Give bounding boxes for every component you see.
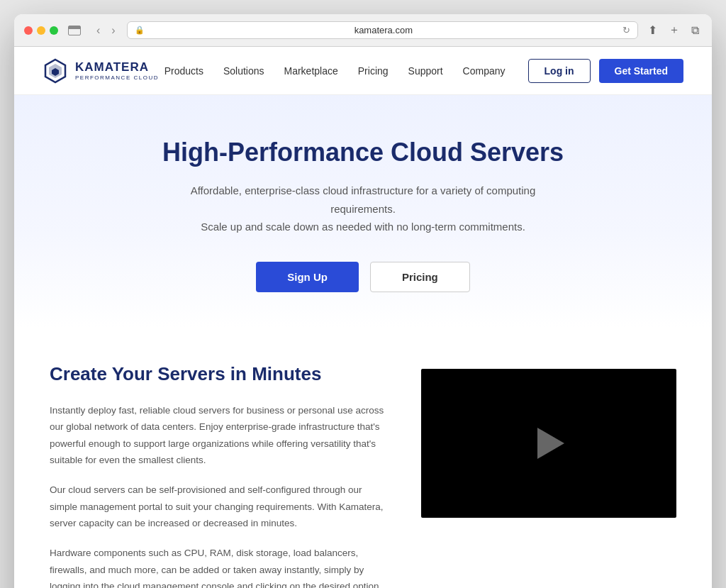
nav-products[interactable]: Products bbox=[164, 65, 203, 77]
logo-text: KAMATERA PERFORMANCE CLOUD bbox=[75, 60, 159, 81]
video-player[interactable] bbox=[421, 369, 676, 518]
content-title: Create Your Servers in Minutes bbox=[50, 363, 386, 385]
refresh-icon[interactable]: ↻ bbox=[622, 25, 630, 35]
logo-icon bbox=[43, 58, 68, 84]
content-text: Create Your Servers in Minutes Instantly… bbox=[50, 363, 386, 589]
hero-subtitle: Affordable, enterprise-class cloud infra… bbox=[164, 182, 562, 236]
nav-marketplace[interactable]: Marketplace bbox=[284, 65, 338, 77]
logo-area: KAMATERA PERFORMANCE CLOUD bbox=[43, 58, 159, 84]
nav-solutions[interactable]: Solutions bbox=[223, 65, 264, 77]
get-started-button[interactable]: Get Started bbox=[599, 59, 683, 83]
minimize-button[interactable] bbox=[37, 26, 45, 35]
nav-buttons: ‹ › bbox=[92, 23, 120, 38]
nav-support[interactable]: Support bbox=[408, 65, 443, 77]
nav-company[interactable]: Company bbox=[463, 65, 506, 77]
back-button[interactable]: ‹ bbox=[92, 23, 104, 38]
new-tab-button[interactable]: ＋ bbox=[666, 21, 683, 39]
address-bar[interactable]: 🔒 kamatera.com ↻ bbox=[127, 21, 638, 39]
url-text: kamatera.com bbox=[149, 25, 618, 35]
hero-title: High-Performance Cloud Servers bbox=[43, 138, 683, 167]
nav-pricing[interactable]: Pricing bbox=[358, 65, 389, 77]
nav-actions: Log in Get Started bbox=[528, 59, 683, 83]
tab-icon bbox=[68, 26, 81, 35]
nav-links: Products Solutions Marketplace Pricing S… bbox=[164, 65, 506, 77]
logo-tagline: PERFORMANCE CLOUD bbox=[75, 74, 159, 81]
hero-buttons: Sign Up Pricing bbox=[43, 262, 683, 292]
pricing-button[interactable]: Pricing bbox=[370, 262, 470, 292]
main-nav: KAMATERA PERFORMANCE CLOUD Products Solu… bbox=[14, 47, 712, 95]
hero-section: High-Performance Cloud Servers Affordabl… bbox=[14, 95, 712, 328]
website-content: KAMATERA PERFORMANCE CLOUD Products Solu… bbox=[14, 47, 712, 588]
forward-button[interactable]: › bbox=[107, 23, 119, 38]
play-icon bbox=[537, 428, 564, 459]
signup-button[interactable]: Sign Up bbox=[256, 262, 359, 292]
content-para-1: Instantly deploy fast, reliable cloud se… bbox=[50, 402, 386, 470]
browser-window: ‹ › 🔒 kamatera.com ↻ ⬆ ＋ ⧉ KAMATER bbox=[14, 14, 712, 588]
login-button[interactable]: Log in bbox=[528, 59, 591, 83]
logo-name: KAMATERA bbox=[75, 60, 159, 74]
maximize-button[interactable] bbox=[50, 26, 58, 35]
browser-toolbar: ‹ › 🔒 kamatera.com ↻ ⬆ ＋ ⧉ bbox=[14, 14, 712, 47]
close-button[interactable] bbox=[24, 26, 33, 35]
hero-subtitle-line1: Affordable, enterprise-class cloud infra… bbox=[191, 184, 536, 215]
share-button[interactable]: ⬆ bbox=[645, 22, 660, 38]
hero-subtitle-line2: Scale up and scale down as needed with n… bbox=[201, 221, 525, 233]
content-section: Create Your Servers in Minutes Instantly… bbox=[14, 328, 712, 589]
window-controls bbox=[24, 26, 58, 35]
content-para-2: Our cloud servers can be self-provisione… bbox=[50, 482, 386, 532]
toolbar-actions: ⬆ ＋ ⧉ bbox=[645, 21, 702, 39]
tabs-button[interactable]: ⧉ bbox=[688, 23, 702, 38]
content-para-3: Hardware components such as CPU, RAM, di… bbox=[50, 545, 386, 588]
lock-icon: 🔒 bbox=[135, 26, 145, 35]
